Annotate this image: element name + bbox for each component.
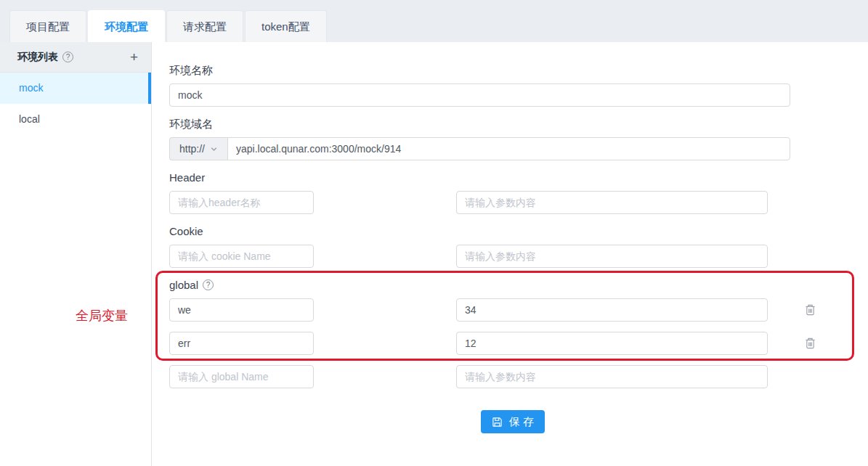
protocol-value: http://: [179, 143, 205, 155]
trash-icon: [804, 303, 816, 316]
environment-config-page: 项目配置 环境配置 请求配置 token配置 环境列表 ? + mock loc…: [0, 0, 868, 466]
header-section: Header: [169, 171, 868, 214]
global-new-row: [169, 365, 868, 388]
global-name-input[interactable]: [169, 332, 314, 355]
global-name-input[interactable]: [169, 298, 314, 322]
env-name-label: 环境名称: [169, 64, 868, 76]
header-value-input[interactable]: [456, 191, 768, 214]
env-name-field: 环境名称: [169, 64, 868, 107]
global-value-input[interactable]: [456, 298, 768, 322]
global-label: global: [169, 279, 198, 291]
save-button[interactable]: 保 存: [481, 410, 545, 433]
cookie-label: Cookie: [169, 225, 868, 237]
env-name-input[interactable]: [169, 83, 790, 107]
config-tabbar: 项目配置 环境配置 请求配置 token配置: [0, 0, 868, 42]
global-row: [169, 298, 868, 322]
tab-environment-config[interactable]: 环境配置: [88, 10, 165, 42]
header-name-input[interactable]: [169, 191, 314, 214]
save-button-label: 保 存: [509, 415, 534, 429]
global-help-icon[interactable]: ?: [203, 279, 214, 290]
environment-form: 环境名称 环境域名 http:// Header: [152, 42, 868, 466]
header-label: Header: [169, 171, 868, 184]
env-domain-label: 环境域名: [169, 118, 868, 130]
trash-icon: [804, 337, 816, 350]
delete-row-button[interactable]: [804, 337, 816, 350]
environment-list-header: 环境列表 ? +: [0, 42, 151, 73]
global-value-input[interactable]: [456, 332, 768, 355]
tab-request-config[interactable]: 请求配置: [166, 10, 243, 42]
global-new-name-input[interactable]: [169, 365, 314, 388]
add-environment-button[interactable]: +: [130, 49, 138, 65]
sidebar-item-mock[interactable]: mock: [0, 73, 151, 104]
protocol-select[interactable]: http://: [169, 137, 227, 160]
cookie-name-input[interactable]: [169, 245, 314, 268]
sidebar-item-local[interactable]: local: [0, 104, 151, 135]
help-icon[interactable]: ?: [62, 52, 73, 62]
cookie-value-input[interactable]: [456, 245, 768, 268]
env-domain-field: 环境域名 http://: [169, 118, 868, 160]
environment-list-title: 环境列表: [17, 51, 58, 64]
delete-row-button[interactable]: [804, 303, 816, 316]
save-icon: [492, 417, 503, 428]
environment-sidebar: 环境列表 ? + mock local: [0, 42, 152, 466]
env-domain-input[interactable]: [227, 137, 790, 160]
tab-token-config[interactable]: token配置: [245, 10, 327, 42]
global-section: global ?: [169, 279, 868, 388]
cookie-section: Cookie: [169, 225, 868, 268]
global-row: [169, 332, 868, 355]
global-new-value-input[interactable]: [456, 365, 768, 388]
chevron-down-icon: [210, 145, 218, 153]
tab-project-config[interactable]: 项目配置: [9, 10, 86, 42]
